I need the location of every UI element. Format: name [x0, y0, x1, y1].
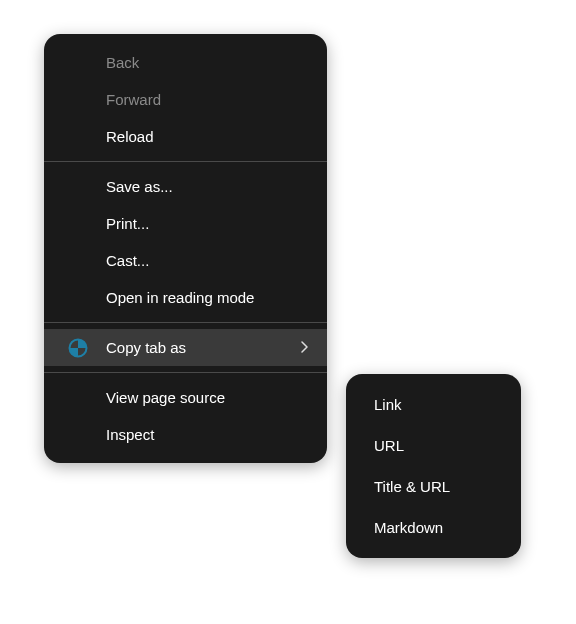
submenu-item-label: URL	[374, 437, 404, 454]
menu-item-open-reading-mode[interactable]: Open in reading mode	[44, 279, 327, 316]
menu-item-print[interactable]: Print...	[44, 205, 327, 242]
submenu-item-label: Markdown	[374, 519, 443, 536]
submenu-copy-tab-as: Link URL Title & URL Markdown	[346, 374, 521, 558]
menu-item-label: Open in reading mode	[106, 289, 254, 306]
context-menu: Back Forward Reload Save as... Print... …	[44, 34, 327, 463]
menu-item-label: Print...	[106, 215, 149, 232]
menu-item-label: Forward	[106, 91, 161, 108]
menu-item-cast[interactable]: Cast...	[44, 242, 327, 279]
chevron-right-icon	[301, 340, 309, 356]
submenu-item-markdown[interactable]: Markdown	[346, 507, 521, 548]
menu-item-view-source[interactable]: View page source	[44, 379, 327, 416]
menu-item-inspect[interactable]: Inspect	[44, 416, 327, 453]
menu-separator	[44, 322, 327, 323]
menu-item-label: Inspect	[106, 426, 154, 443]
menu-item-back[interactable]: Back	[44, 44, 327, 81]
menu-separator	[44, 161, 327, 162]
menu-item-label: Back	[106, 54, 139, 71]
submenu-item-label: Link	[374, 396, 402, 413]
extension-icon	[68, 338, 88, 358]
menu-item-save-as[interactable]: Save as...	[44, 168, 327, 205]
menu-item-label: Reload	[106, 128, 154, 145]
submenu-item-url[interactable]: URL	[346, 425, 521, 466]
submenu-item-link[interactable]: Link	[346, 384, 521, 425]
menu-separator	[44, 372, 327, 373]
submenu-item-label: Title & URL	[374, 478, 450, 495]
menu-item-reload[interactable]: Reload	[44, 118, 327, 155]
menu-item-copy-tab-as[interactable]: Copy tab as	[44, 329, 327, 366]
menu-item-label: Cast...	[106, 252, 149, 269]
menu-item-label: View page source	[106, 389, 225, 406]
menu-item-label: Copy tab as	[106, 339, 186, 356]
submenu-item-title-url[interactable]: Title & URL	[346, 466, 521, 507]
menu-item-forward[interactable]: Forward	[44, 81, 327, 118]
menu-item-label: Save as...	[106, 178, 173, 195]
